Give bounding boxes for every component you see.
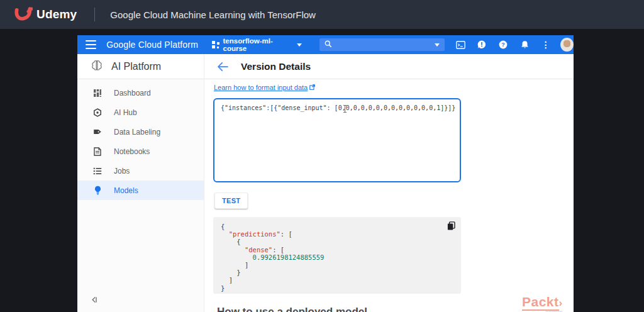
search-chevron-down-icon[interactable]	[435, 43, 440, 47]
code-line: 0.9926198124885559	[221, 254, 453, 261]
screen: Udemy Google Cloud Machine Learning with…	[0, 0, 644, 312]
page-title: Version Details	[241, 61, 311, 72]
test-input-textarea[interactable]: {"instances":[{"dense_input": [0,0,0,0,0…	[213, 98, 461, 182]
clipped-next-heading: How to use a deployed model	[217, 306, 367, 312]
sidebar-item-notebooks[interactable]: Notebooks	[77, 142, 204, 161]
udemy-top-bar: Udemy Google Cloud Machine Learning with…	[0, 0, 644, 29]
divider	[94, 8, 95, 21]
sidebar-item-label: Dashboard	[114, 89, 151, 98]
format-input-data-link[interactable]: Learn how to format input data	[214, 84, 315, 91]
code-line: {	[221, 238, 453, 245]
sidebar-title: AI Platform	[111, 61, 161, 72]
gcp-header: Google Cloud Platform tensorflow-ml-cour…	[77, 35, 574, 54]
svg-text:?: ?	[502, 42, 506, 48]
sidebar-item-label: Data Labeling	[114, 128, 160, 136]
notifications-bell-icon[interactable]	[520, 40, 530, 50]
gcp-console-window: Google Cloud Platform tensorflow-ml-cour…	[77, 35, 574, 312]
prediction-json: { "predictions": [ { "dense": [ 0.992619…	[221, 223, 453, 292]
sidebar: AI Platform DashboardAI HubData Labeling…	[77, 54, 204, 312]
sidebar-item-jobs[interactable]: Jobs	[77, 161, 204, 181]
sidebar-item-ai-hub[interactable]: AI Hub	[77, 103, 204, 122]
code-line: "dense": [	[221, 246, 453, 254]
udemy-brand-text: Udemy	[36, 8, 77, 21]
code-line: "predictions": [	[221, 230, 453, 238]
dashboard-icon	[92, 88, 103, 98]
text-cursor	[345, 105, 345, 113]
project-selector[interactable]: tensorflow-ml-course	[212, 37, 302, 52]
sidebar-item-label: Jobs	[114, 167, 130, 176]
search-input[interactable]	[336, 41, 431, 48]
test-button[interactable]: TEST	[214, 192, 248, 209]
lightbulb-icon	[92, 186, 103, 196]
copy-icon[interactable]	[447, 221, 455, 233]
input-json-text: {"instances":[{"dense_input": [0,0,0,0,0…	[221, 104, 453, 111]
project-icon	[212, 41, 219, 48]
hub-icon	[92, 108, 103, 118]
packt-watermark: Packt› publishing	[522, 294, 562, 312]
cloud-shell-icon[interactable]	[456, 40, 465, 50]
brain-icon	[90, 59, 104, 74]
external-link-icon	[309, 84, 315, 91]
main-content: Version Details Learn how to format inpu…	[204, 54, 574, 312]
course-title: Google Cloud Machine Learning with Tenso…	[110, 9, 316, 20]
sidebar-item-models[interactable]: Models	[77, 181, 204, 200]
sidebar-item-dashboard[interactable]: Dashboard	[77, 83, 204, 103]
code-line: }	[221, 269, 453, 276]
collapse-sidebar-icon[interactable]	[89, 294, 99, 304]
udemy-logo-icon	[14, 5, 33, 24]
menu-icon[interactable]	[86, 40, 96, 49]
code-line: }	[221, 284, 453, 292]
project-name: tensorflow-ml-course	[223, 37, 293, 52]
user-avatar[interactable]	[560, 38, 574, 52]
label-icon	[92, 127, 103, 137]
udemy-logo: Udemy	[14, 5, 77, 24]
search-bar[interactable]	[319, 38, 445, 51]
content-header: Version Details	[204, 54, 574, 79]
search-icon	[325, 39, 332, 50]
jobs-icon	[92, 166, 103, 176]
chevron-down-icon	[297, 43, 302, 47]
sidebar-item-label: AI Hub	[114, 108, 137, 117]
sidebar-nav: DashboardAI HubData LabelingNotebooksJob…	[77, 79, 204, 200]
notebook-icon	[92, 147, 103, 157]
header-icons: ? ⋮	[456, 40, 550, 50]
prediction-output-box: { "predictions": [ { "dense": [ 0.992619…	[213, 217, 461, 294]
sidebar-item-data-labeling[interactable]: Data Labeling	[77, 122, 204, 142]
sidebar-item-label: Models	[114, 186, 138, 195]
gcp-product-name: Google Cloud Platform	[106, 40, 198, 50]
help-icon[interactable]: ?	[499, 40, 508, 50]
feedback-icon[interactable]	[477, 40, 487, 50]
code-line: {	[221, 223, 453, 230]
sidebar-header: AI Platform	[77, 54, 204, 79]
code-line: ]	[221, 276, 453, 284]
back-arrow-icon[interactable]	[217, 62, 228, 71]
sidebar-item-label: Notebooks	[114, 147, 150, 156]
code-line: ]	[221, 261, 453, 269]
more-options-icon[interactable]: ⋮	[541, 40, 550, 49]
